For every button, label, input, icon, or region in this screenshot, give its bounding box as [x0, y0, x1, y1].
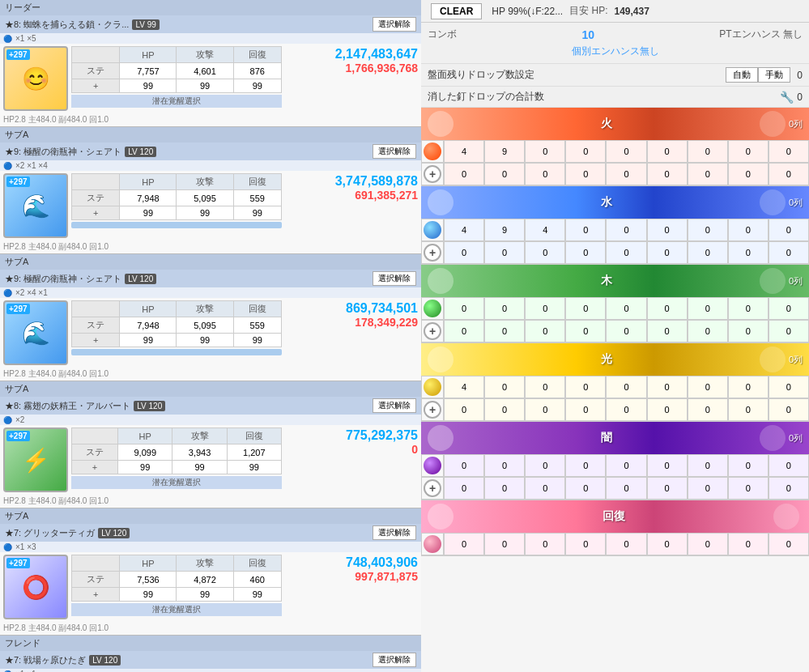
cell-r2-3-5[interactable]: 0 [647, 398, 688, 421]
cell-r2-1-1[interactable]: 0 [484, 241, 525, 264]
cell-r1-3-4[interactable]: 0 [606, 376, 646, 398]
cell-r2-1-2[interactable]: 0 [525, 241, 565, 264]
select-clear-btn-1[interactable]: 選択解除 [373, 144, 416, 159]
cell-r1-2-6[interactable]: 0 [688, 297, 728, 320]
cell-r1-4-7[interactable]: 0 [728, 454, 769, 477]
select-clear-btn-4[interactable]: 選択解除 [373, 525, 416, 540]
cell-r2-0-1[interactable]: 0 [484, 163, 525, 185]
cell-r1-5-3[interactable]: 0 [565, 533, 606, 555]
cell-r1-5-7[interactable]: 0 [728, 533, 769, 555]
cell-r2-0-0[interactable]: 0 [444, 163, 484, 185]
cell-r1-3-7[interactable]: 0 [728, 376, 769, 398]
cell-r2-4-4[interactable]: 0 [606, 477, 646, 500]
cell-r1-3-3[interactable]: 0 [565, 376, 606, 398]
cell-r1-4-5[interactable]: 0 [647, 454, 688, 477]
cell-r2-2-1[interactable]: 0 [484, 320, 525, 342]
cell-r2-4-3[interactable]: 0 [565, 477, 606, 500]
select-clear-btn-5[interactable]: 選択解除 [373, 653, 416, 667]
select-clear-btn-3[interactable]: 選択解除 [373, 398, 416, 413]
cell-r1-2-2[interactable]: 0 [525, 297, 565, 320]
cell-r1-1-7[interactable]: 0 [728, 219, 769, 241]
cell-r2-3-4[interactable]: 0 [606, 398, 646, 421]
cell-r1-4-6[interactable]: 0 [688, 454, 728, 477]
cell-r1-5-0[interactable]: 0 [444, 533, 484, 555]
cell-r1-4-1[interactable]: 0 [484, 454, 525, 477]
manual-button[interactable]: 手動 [758, 67, 790, 83]
cell-r1-3-8[interactable]: 0 [769, 376, 809, 398]
cell-r2-1-8[interactable]: 0 [769, 241, 809, 264]
cell-r2-2-4[interactable]: 0 [606, 320, 646, 342]
cell-r2-2-3[interactable]: 0 [565, 320, 606, 342]
cell-r1-2-5[interactable]: 0 [647, 297, 688, 320]
cell-r1-0-1[interactable]: 9 [484, 140, 525, 163]
cell-r1-2-3[interactable]: 0 [565, 297, 606, 320]
cell-r2-4-1[interactable]: 0 [484, 477, 525, 500]
cell-r1-1-4[interactable]: 0 [606, 219, 646, 241]
cell-r2-0-2[interactable]: 0 [525, 163, 565, 185]
cell-r2-2-7[interactable]: 0 [728, 320, 769, 342]
cell-r2-1-5[interactable]: 0 [647, 241, 688, 264]
cell-r2-2-2[interactable]: 0 [525, 320, 565, 342]
cell-r1-0-7[interactable]: 0 [728, 140, 769, 163]
cell-r2-1-0[interactable]: 0 [444, 241, 484, 264]
cell-r2-4-2[interactable]: 0 [525, 477, 565, 500]
cell-r2-4-5[interactable]: 0 [647, 477, 688, 500]
cell-r1-3-6[interactable]: 0 [688, 376, 728, 398]
cell-r2-1-7[interactable]: 0 [728, 241, 769, 264]
cell-r1-5-1[interactable]: 0 [484, 533, 525, 555]
cell-r1-2-8[interactable]: 0 [769, 297, 809, 320]
cell-r2-0-5[interactable]: 0 [647, 163, 688, 185]
cell-r1-1-0[interactable]: 4 [444, 219, 484, 241]
cell-r2-2-5[interactable]: 0 [647, 320, 688, 342]
cell-r1-0-8[interactable]: 0 [769, 140, 809, 163]
cell-r2-3-7[interactable]: 0 [728, 398, 769, 421]
cell-r2-3-3[interactable]: 0 [565, 398, 606, 421]
cell-r1-2-7[interactable]: 0 [728, 297, 769, 320]
cell-r2-3-1[interactable]: 0 [484, 398, 525, 421]
auto-button[interactable]: 自動 [726, 67, 758, 83]
cell-r1-5-8[interactable]: 0 [769, 533, 809, 555]
select-clear-btn-2[interactable]: 選択解除 [373, 271, 416, 286]
cell-r1-1-3[interactable]: 0 [565, 219, 606, 241]
cell-r2-4-7[interactable]: 0 [728, 477, 769, 500]
cell-r2-4-0[interactable]: 0 [444, 477, 484, 500]
cell-r2-0-3[interactable]: 0 [565, 163, 606, 185]
cell-r1-1-2[interactable]: 4 [525, 219, 565, 241]
cell-r2-0-8[interactable]: 0 [769, 163, 809, 185]
cell-r1-3-5[interactable]: 0 [647, 376, 688, 398]
cell-r1-0-5[interactable]: 0 [647, 140, 688, 163]
cell-r1-1-8[interactable]: 0 [769, 219, 809, 241]
cell-r1-5-2[interactable]: 0 [525, 533, 565, 555]
cell-r1-1-1[interactable]: 9 [484, 219, 525, 241]
cell-r2-3-8[interactable]: 0 [769, 398, 809, 421]
cell-r2-4-8[interactable]: 0 [769, 477, 809, 500]
cell-r2-0-6[interactable]: 0 [688, 163, 728, 185]
cell-r1-0-2[interactable]: 0 [525, 140, 565, 163]
cell-r1-4-8[interactable]: 0 [769, 454, 809, 477]
cell-r2-2-6[interactable]: 0 [688, 320, 728, 342]
cell-r2-2-0[interactable]: 0 [444, 320, 484, 342]
cell-r1-2-4[interactable]: 0 [606, 297, 646, 320]
cell-r1-1-6[interactable]: 0 [688, 219, 728, 241]
cell-r1-2-1[interactable]: 0 [484, 297, 525, 320]
cell-r1-2-0[interactable]: 0 [444, 297, 484, 320]
cell-r1-3-2[interactable]: 0 [525, 376, 565, 398]
cell-r1-5-5[interactable]: 0 [647, 533, 688, 555]
cell-r1-4-4[interactable]: 0 [606, 454, 646, 477]
cell-r1-4-3[interactable]: 0 [565, 454, 606, 477]
cell-r1-5-6[interactable]: 0 [688, 533, 728, 555]
cell-r1-3-1[interactable]: 0 [484, 376, 525, 398]
cell-r2-0-7[interactable]: 0 [728, 163, 769, 185]
cell-r1-0-6[interactable]: 0 [688, 140, 728, 163]
cell-r2-4-6[interactable]: 0 [688, 477, 728, 500]
cell-r1-1-5[interactable]: 0 [647, 219, 688, 241]
cell-r1-0-4[interactable]: 0 [606, 140, 646, 163]
cell-r2-3-6[interactable]: 0 [688, 398, 728, 421]
clear-button[interactable]: CLEAR [431, 3, 482, 19]
cell-r2-1-3[interactable]: 0 [565, 241, 606, 264]
select-clear-btn-0[interactable]: 選択解除 [373, 17, 416, 32]
cell-r2-1-6[interactable]: 0 [688, 241, 728, 264]
cell-r2-1-4[interactable]: 0 [606, 241, 646, 264]
cell-r1-0-0[interactable]: 4 [444, 140, 484, 163]
cell-r2-3-2[interactable]: 0 [525, 398, 565, 421]
